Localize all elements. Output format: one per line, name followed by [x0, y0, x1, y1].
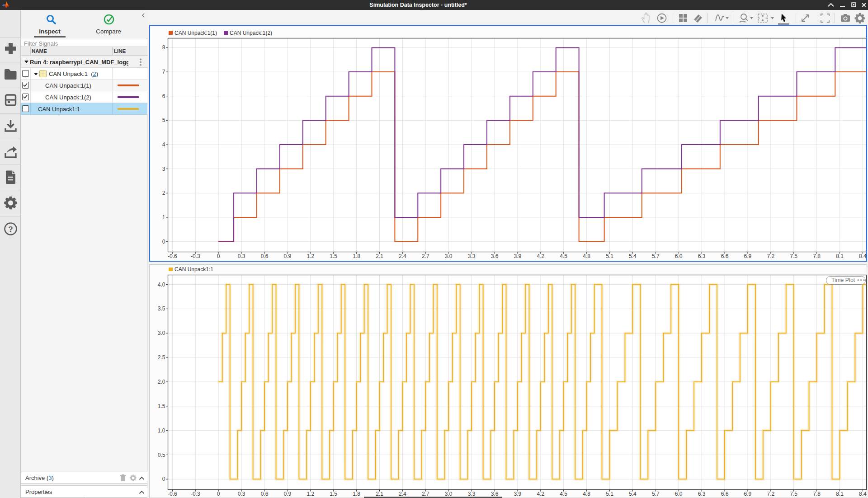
svg-text:0.9: 0.9 [284, 491, 292, 497]
svg-text:3.6: 3.6 [491, 253, 499, 259]
svg-text:1.5: 1.5 [330, 253, 337, 259]
svg-text:8.4: 8.4 [859, 491, 867, 497]
svg-text:3.3: 3.3 [468, 253, 476, 259]
svg-text:5.4: 5.4 [629, 491, 637, 497]
svg-text:0.5: 0.5 [158, 452, 165, 458]
svg-text:0.3: 0.3 [238, 491, 245, 497]
svg-text:4.0: 4.0 [158, 282, 165, 288]
svg-text:0.9: 0.9 [284, 253, 292, 259]
svg-text:7.2: 7.2 [767, 491, 774, 497]
svg-text:7.5: 7.5 [790, 491, 797, 497]
svg-text:2: 2 [162, 190, 165, 196]
svg-text:3.9: 3.9 [514, 491, 522, 497]
svg-text:1: 1 [162, 214, 165, 221]
svg-text:2.4: 2.4 [399, 253, 406, 259]
svg-text:6.6: 6.6 [721, 253, 729, 259]
svg-text:4.8: 4.8 [583, 253, 590, 259]
svg-text:4.5: 4.5 [560, 491, 567, 497]
svg-text:6.9: 6.9 [744, 253, 752, 259]
svg-text:2.7: 2.7 [422, 491, 429, 497]
svg-text:3.9: 3.9 [514, 253, 522, 259]
svg-text:6.3: 6.3 [698, 491, 706, 497]
svg-text:8: 8 [162, 44, 165, 51]
svg-text:8.4: 8.4 [859, 253, 866, 259]
svg-text:0: 0 [162, 239, 165, 245]
svg-text:1.8: 1.8 [353, 253, 360, 259]
svg-text:-0.3: -0.3 [191, 491, 200, 497]
svg-text:2.5: 2.5 [158, 354, 165, 361]
svg-text:3.3: 3.3 [468, 491, 476, 497]
svg-text:3.0: 3.0 [445, 253, 453, 259]
svg-text:3: 3 [162, 166, 165, 172]
svg-text:6.0: 6.0 [675, 253, 683, 259]
svg-text:4.2: 4.2 [537, 253, 544, 259]
svg-text:1.8: 1.8 [353, 491, 360, 497]
svg-text:6: 6 [162, 93, 165, 99]
svg-text:-0.6: -0.6 [168, 253, 177, 259]
svg-text:-0.6: -0.6 [168, 491, 177, 497]
svg-text:3.5: 3.5 [158, 305, 165, 312]
svg-text:5.7: 5.7 [652, 253, 660, 259]
svg-text:6.0: 6.0 [675, 491, 683, 497]
svg-text:2.1: 2.1 [376, 491, 383, 497]
svg-text:4.2: 4.2 [537, 491, 544, 497]
svg-text:1.5: 1.5 [330, 491, 337, 497]
svg-text:7.2: 7.2 [767, 253, 774, 259]
svg-text:3.0: 3.0 [445, 491, 453, 497]
svg-text:5.7: 5.7 [652, 491, 660, 497]
svg-text:3.6: 3.6 [491, 491, 499, 497]
svg-text:7: 7 [162, 69, 165, 75]
svg-text:5.1: 5.1 [606, 491, 613, 497]
svg-text:1.0: 1.0 [158, 428, 165, 434]
svg-text:0: 0 [217, 253, 220, 259]
svg-text:-0.3: -0.3 [191, 253, 200, 259]
svg-text:4: 4 [162, 141, 165, 148]
svg-text:5.4: 5.4 [629, 253, 637, 259]
svg-text:0.3: 0.3 [238, 253, 245, 259]
svg-text:0.6: 0.6 [261, 253, 269, 259]
svg-text:6.9: 6.9 [744, 491, 752, 497]
svg-text:0: 0 [217, 491, 220, 497]
svg-text:1.2: 1.2 [307, 491, 314, 497]
svg-text:5: 5 [162, 117, 165, 123]
svg-text:6.6: 6.6 [721, 491, 729, 497]
svg-text:4.5: 4.5 [560, 253, 567, 259]
svg-text:3.0: 3.0 [158, 330, 165, 336]
svg-text:1.2: 1.2 [307, 253, 314, 259]
svg-text:2.4: 2.4 [399, 491, 406, 497]
svg-text:8.1: 8.1 [836, 253, 844, 259]
svg-text:0: 0 [162, 476, 165, 482]
svg-text:0.6: 0.6 [261, 491, 269, 497]
svg-text:5.1: 5.1 [606, 253, 613, 259]
svg-text:7.8: 7.8 [813, 253, 821, 259]
svg-text:2.7: 2.7 [422, 253, 429, 259]
svg-text:7.5: 7.5 [790, 253, 797, 259]
svg-text:2.0: 2.0 [158, 379, 165, 385]
svg-text:7.8: 7.8 [813, 491, 821, 497]
svg-text:6.3: 6.3 [698, 253, 706, 259]
svg-text:4.8: 4.8 [583, 491, 590, 497]
svg-text:8.1: 8.1 [836, 491, 844, 497]
svg-text:?: ? [8, 225, 13, 234]
svg-text:1.5: 1.5 [158, 403, 165, 409]
svg-text:2.1: 2.1 [376, 253, 383, 259]
